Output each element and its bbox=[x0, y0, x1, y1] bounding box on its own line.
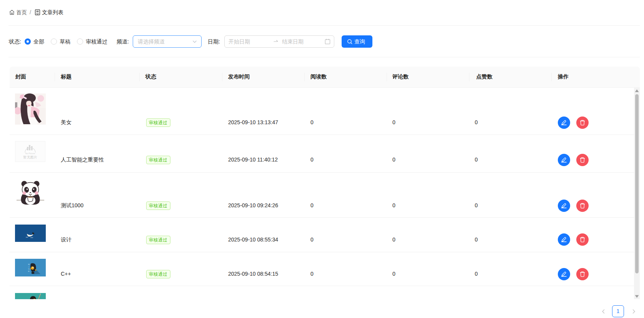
svg-text:M: M bbox=[28, 270, 29, 272]
svg-text:W: W bbox=[28, 263, 30, 265]
svg-text:%: % bbox=[28, 268, 30, 270]
svg-text:No Picture: No Picture bbox=[25, 152, 35, 155]
svg-text:暂无图片: 暂无图片 bbox=[23, 155, 37, 159]
